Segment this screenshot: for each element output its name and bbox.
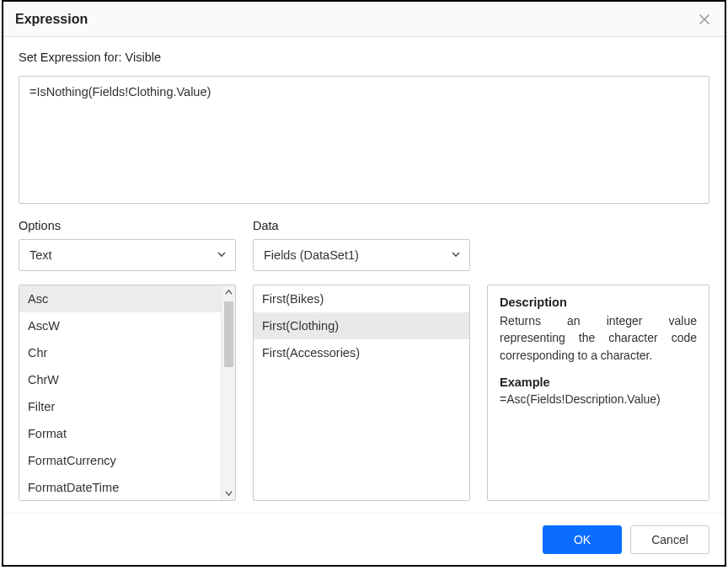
description-text: Returns an integer value representing th… — [500, 312, 697, 364]
titlebar: Expression — [3, 2, 725, 37]
list-item[interactable]: Chr — [19, 339, 235, 366]
options-label: Options — [19, 219, 236, 232]
ok-button[interactable]: OK — [543, 525, 622, 554]
expression-input[interactable] — [19, 76, 709, 204]
set-expression-label: Set Expression for: Visible — [19, 51, 709, 64]
example-heading: Example — [500, 376, 697, 389]
list-item[interactable]: Asc — [19, 285, 235, 312]
list-item[interactable]: FormatCurrency — [19, 447, 235, 474]
scroll-thumb[interactable] — [224, 301, 233, 367]
chevron-down-icon — [217, 248, 227, 262]
info-panel: Description Returns an integer value rep… — [487, 285, 709, 501]
dialog-footer: OK Cancel — [3, 513, 725, 565]
data-select-value: Fields (DataSet1) — [264, 248, 359, 262]
data-label: Data — [253, 219, 709, 232]
description-heading: Description — [500, 296, 697, 309]
options-select[interactable]: Text — [19, 239, 236, 271]
scrollbar[interactable] — [221, 285, 235, 500]
list-item[interactable]: Format — [19, 420, 235, 447]
dialog-title: Expression — [15, 12, 88, 27]
cancel-button[interactable]: Cancel — [630, 525, 709, 554]
list-item[interactable]: ChrW — [19, 366, 235, 393]
scroll-up-icon[interactable] — [222, 285, 235, 300]
example-text: =Asc(Fields!Description.Value) — [500, 392, 697, 406]
list-item[interactable]: FormatDateTime — [19, 474, 235, 500]
options-select-value: Text — [29, 248, 52, 262]
list-item[interactable]: First(Clothing) — [254, 312, 469, 339]
dialog-body: Set Expression for: Visible Options Data… — [3, 37, 725, 513]
close-icon[interactable] — [696, 11, 713, 28]
expression-dialog: Expression Set Expression for: Visible O… — [2, 0, 726, 567]
list-item[interactable]: First(Accessories) — [254, 339, 469, 366]
list-item[interactable]: First(Bikes) — [254, 285, 469, 312]
list-item[interactable]: Filter — [19, 393, 235, 420]
data-select[interactable]: Fields (DataSet1) — [253, 239, 470, 271]
chevron-down-icon — [451, 248, 461, 262]
data-listbox[interactable]: First(Bikes)First(Clothing)First(Accesso… — [253, 285, 470, 501]
options-listbox[interactable]: AscAscWChrChrWFilterFormatFormatCurrency… — [19, 285, 236, 501]
list-item[interactable]: AscW — [19, 312, 235, 339]
scroll-down-icon[interactable] — [222, 486, 235, 500]
